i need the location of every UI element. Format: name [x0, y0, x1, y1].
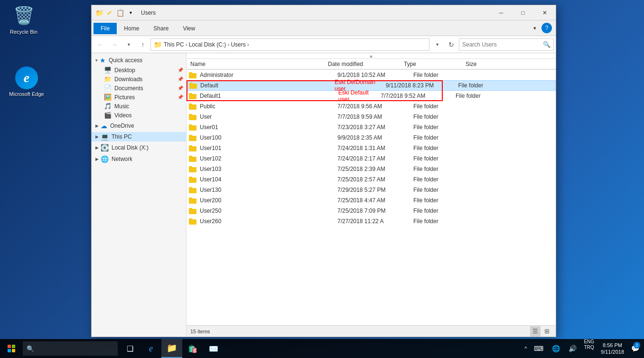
taskbar-file-explorer[interactable]: 📁 [161, 339, 182, 358]
sidebar-section-quick-access: ▾ ★ Quick access 🖥️ Desktop 📌 📁 Download… [92, 55, 186, 120]
taskbar-volume[interactable]: 🔊 [564, 339, 581, 358]
file-item-user103[interactable]: User103 7/25/2018 2:39 AM File folder [187, 164, 556, 174]
svg-rect-32 [8, 349, 11, 352]
col-header-size[interactable]: Size [464, 61, 502, 67]
local-disk-header[interactable]: ▶ 💽 Local Disk (X:) [92, 142, 186, 153]
search-input[interactable] [462, 41, 543, 48]
folder-icon-administrator [188, 71, 197, 79]
file-date-user100: 9/9/2018 2:35 AM [337, 134, 413, 141]
taskbar-edge[interactable]: e [140, 339, 161, 358]
col-header-name[interactable]: Name [188, 61, 326, 67]
onedrive-header[interactable]: ▶ ☁ OneDrive [92, 121, 186, 131]
file-item-user01[interactable]: User01 7/23/2018 3:27 AM File folder [187, 122, 556, 132]
file-item-user130[interactable]: User130 7/29/2018 5:27 PM File folder [187, 185, 556, 195]
local-disk-label: Local Disk (X:) [112, 144, 149, 151]
taskbar-store[interactable]: 🛍️ [182, 339, 203, 358]
file-item-user102[interactable]: User102 7/24/2018 2:17 AM File folder [187, 153, 556, 164]
sidebar-item-videos[interactable]: 🎬 Videos [92, 111, 186, 120]
videos-item-icon: 🎬 [104, 112, 112, 119]
back-button[interactable]: ← [93, 38, 107, 51]
forward-button[interactable]: → [108, 38, 121, 51]
file-name-default1: Default1 [200, 93, 336, 99]
file-date-user104: 7/25/2018 2:57 AM [337, 176, 413, 183]
svg-rect-16 [189, 157, 196, 162]
folder-icon: 📁 [94, 8, 104, 18]
sidebar-item-documents[interactable]: 📄 Documents 📌 [92, 84, 186, 93]
microsoft-edge-icon[interactable]: e Microsoft Edge [8, 66, 46, 97]
taskbar-clock[interactable]: 8:56 PM 9/11/2018 [597, 339, 628, 358]
language-secondary: TRQ [584, 345, 594, 350]
explorer-window: 📁 ✔ 📋 ▾ Users ─ □ ✕ File Home Share View… [91, 5, 556, 337]
start-button[interactable] [0, 339, 23, 358]
taskbar-keyboard[interactable]: ⌨ [530, 339, 548, 358]
file-item-default1[interactable]: Default1 Eski Default user 7/7/2018 9:52… [187, 91, 556, 101]
file-item-user100[interactable]: User100 9/9/2018 2:35 AM File folder [187, 132, 556, 143]
collapse-chevron[interactable]: ▲ [187, 53, 556, 59]
col-header-type[interactable]: Type [402, 61, 464, 67]
taskbar-notification[interactable]: 💬 2 [628, 339, 642, 358]
recycle-bin-icon[interactable]: 🗑️ Recycle Bin [5, 2, 43, 37]
file-item-user260[interactable]: User260 7/27/2018 11:22 A File folder [187, 216, 556, 226]
file-name-user101: User101 [200, 145, 337, 151]
sidebar-item-downloads[interactable]: 📁 Downloads 📌 [92, 75, 186, 84]
show-hidden-icon: ^ [524, 346, 527, 351]
folder-icon-user250 [188, 207, 197, 215]
up-button[interactable]: ↑ [136, 38, 149, 51]
file-item-user101[interactable]: User101 7/24/2018 1:31 AM File folder [187, 143, 556, 153]
file-item-public[interactable]: Public 7/7/2018 9:56 AM File folder [187, 101, 556, 112]
file-item-user250[interactable]: User250 7/25/2018 7:09 PM File folder [187, 206, 556, 216]
taskbar-show-hidden[interactable]: ^ [522, 339, 530, 358]
clipboard-icon: 📋 [115, 8, 125, 18]
ribbon-dropdown[interactable]: ▾ [528, 20, 541, 36]
main-content: ▾ ★ Quick access 🖥️ Desktop 📌 📁 Download… [92, 53, 556, 337]
close-button[interactable]: ✕ [534, 5, 556, 20]
details-view-icon[interactable]: ☰ [530, 326, 541, 337]
quick-access-header[interactable]: ▾ ★ Quick access [92, 55, 186, 66]
svg-rect-8 [189, 115, 196, 120]
taskbar-task-view[interactable]: ❑ [120, 339, 140, 358]
onedrive-arrow: ▶ [95, 123, 99, 128]
refresh-button[interactable]: ↻ [445, 38, 458, 51]
tab-share[interactable]: Share [146, 23, 176, 34]
taskbar-network[interactable]: 🌐 [548, 339, 564, 358]
address-dropdown[interactable]: ▾ [430, 38, 444, 51]
svg-rect-22 [189, 188, 196, 193]
address-path[interactable]: 📁 This PC › Local Disk (C:) › Users › [150, 38, 429, 51]
sidebar-item-pictures[interactable]: 🖼️ Pictures 📌 [92, 93, 186, 102]
file-type-user: File folder [413, 113, 475, 120]
tab-file[interactable]: File [93, 23, 117, 34]
svg-rect-30 [8, 345, 11, 348]
file-date-user260: 7/27/2018 11:22 A [337, 218, 413, 225]
sidebar-item-desktop[interactable]: 🖥️ Desktop 📌 [92, 66, 186, 75]
file-item-user[interactable]: User 7/7/2018 9:59 AM File folder [187, 112, 556, 122]
file-name-administrator: Administrator [200, 72, 337, 78]
tab-view[interactable]: View [176, 23, 202, 34]
network-header[interactable]: ▶ 🌐 Network [92, 154, 186, 164]
pin-icon-pictures: 📌 [177, 94, 183, 100]
search-box[interactable]: 🔍 [459, 38, 554, 51]
large-icons-view-icon[interactable]: ⊞ [541, 326, 552, 337]
ribbon: File Home Share View ▾ ? [92, 20, 556, 36]
col-header-area: ▲ Name Date modified Type Size [187, 53, 556, 70]
dropdown-arrow[interactable]: ▾ [126, 8, 135, 18]
desktop: 🗑️ Recycle Bin e Microsoft Edge 📁 ✔ 📋 ▾ … [0, 0, 644, 339]
minimize-button[interactable]: ─ [490, 5, 512, 20]
svg-rect-9 [189, 114, 192, 115]
folder-icon-user103 [188, 165, 197, 173]
ribbon-help[interactable]: ? [541, 23, 552, 33]
this-pc-header[interactable]: ▶ 💻 This PC [92, 132, 186, 141]
taskbar-mail[interactable]: ✉️ [203, 339, 224, 358]
taskbar-right: ^ ⌨ 🌐 🔊 ENG TRQ 8:56 PM 9/11/2018 💬 2 [522, 339, 644, 358]
tab-home[interactable]: Home [117, 23, 146, 34]
taskbar-language[interactable]: ENG TRQ [581, 339, 597, 358]
maximize-button[interactable]: □ [512, 5, 534, 20]
taskbar-search[interactable]: 🔍 [23, 341, 118, 356]
col-header-date[interactable]: Date modified [326, 61, 402, 67]
recent-locations-button[interactable]: ▾ [122, 38, 135, 51]
file-name-public: Public [200, 103, 337, 110]
file-name-user260: User260 [200, 218, 337, 225]
folder-icon-user100 [188, 133, 197, 142]
file-item-user200[interactable]: User200 7/25/2018 4:47 AM File folder [187, 195, 556, 206]
file-item-user104[interactable]: User104 7/25/2018 2:57 AM File folder [187, 174, 556, 185]
sidebar-item-music[interactable]: 🎵 Music [92, 102, 186, 111]
